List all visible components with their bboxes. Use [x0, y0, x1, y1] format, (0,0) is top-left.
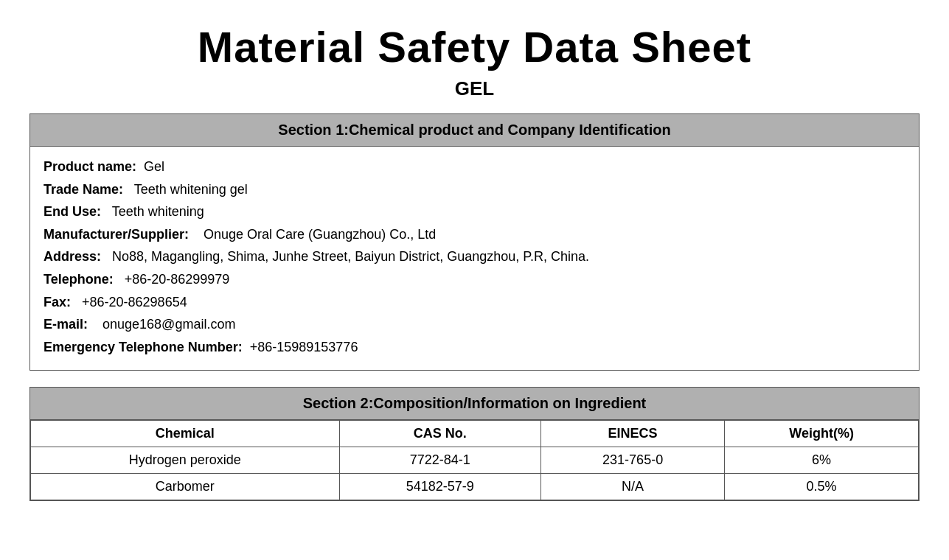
- label-fax: Fax:: [44, 295, 71, 309]
- table-row: Carbomer 54182-57-9 N/A 0.5%: [31, 474, 919, 500]
- value-end-use: Teeth whitening: [112, 204, 204, 219]
- field-email: E-mail: onuge168@gmail.com: [44, 313, 905, 336]
- label-product-name: Product name:: [44, 159, 136, 174]
- section2-header: Section 2:Composition/Information on Ing…: [30, 388, 919, 420]
- value-emergency: +86-15989153776: [250, 340, 358, 354]
- field-emergency: Emergency Telephone Number: +86-15989153…: [44, 336, 905, 359]
- label-manufacturer: Manufacturer/Supplier:: [44, 227, 189, 242]
- label-telephone: Telephone:: [44, 272, 114, 287]
- section1-header: Section 1:Chemical product and Company I…: [30, 114, 919, 147]
- cell-einecs-1: 231-765-0: [541, 447, 725, 474]
- field-product-name: Product name: Gel: [44, 155, 905, 178]
- value-address: No88, Magangling, Shima, Junhe Street, B…: [112, 249, 589, 264]
- cell-chemical-2: Carbomer: [31, 474, 340, 500]
- table-header-row: Chemical CAS No. EINECS Weight(%): [31, 421, 919, 447]
- cell-weight-1: 6%: [725, 447, 919, 474]
- value-email: onuge168@gmail.com: [102, 317, 235, 332]
- value-product-name: Gel: [144, 159, 164, 174]
- cell-einecs-2: N/A: [541, 474, 725, 500]
- field-end-use: End Use: Teeth whitening: [44, 200, 905, 223]
- cell-weight-2: 0.5%: [725, 474, 919, 500]
- col-weight: Weight(%): [725, 421, 919, 447]
- label-email: E-mail:: [44, 317, 88, 332]
- col-chemical: Chemical: [31, 421, 340, 447]
- value-trade-name: Teeth whitening gel: [134, 182, 248, 197]
- section1-box: Section 1:Chemical product and Company I…: [29, 113, 920, 371]
- field-fax: Fax: +86-20-86298654: [44, 291, 905, 314]
- col-cas: CAS No.: [339, 421, 540, 447]
- label-address: Address:: [44, 249, 101, 264]
- subtitle: GEL: [29, 77, 920, 100]
- cell-cas-1: 7722-84-1: [339, 447, 540, 474]
- main-title: Material Safety Data Sheet: [29, 15, 920, 71]
- ingredients-table: Chemical CAS No. EINECS Weight(%) Hydrog…: [30, 420, 919, 500]
- field-trade-name: Trade Name: Teeth whitening gel: [44, 178, 905, 201]
- label-emergency: Emergency Telephone Number:: [44, 340, 243, 354]
- table-row: Hydrogen peroxide 7722-84-1 231-765-0 6%: [31, 447, 919, 474]
- cell-chemical-1: Hydrogen peroxide: [31, 447, 340, 474]
- cell-cas-2: 54182-57-9: [339, 474, 540, 500]
- field-telephone: Telephone: +86-20-86299979: [44, 268, 905, 291]
- value-fax: +86-20-86298654: [82, 295, 187, 309]
- label-end-use: End Use:: [44, 204, 101, 219]
- value-manufacturer: Onuge Oral Care (Guangzhou) Co., Ltd: [204, 227, 436, 242]
- field-manufacturer: Manufacturer/Supplier: Onuge Oral Care (…: [44, 223, 905, 246]
- value-telephone: +86-20-86299979: [125, 272, 230, 287]
- section1-body: Product name: Gel Trade Name: Teeth whit…: [30, 147, 919, 370]
- field-address: Address: No88, Magangling, Shima, Junhe …: [44, 245, 905, 268]
- col-einecs: EINECS: [541, 421, 725, 447]
- section2-box: Section 2:Composition/Information on Ing…: [29, 387, 920, 501]
- label-trade-name: Trade Name:: [44, 182, 123, 197]
